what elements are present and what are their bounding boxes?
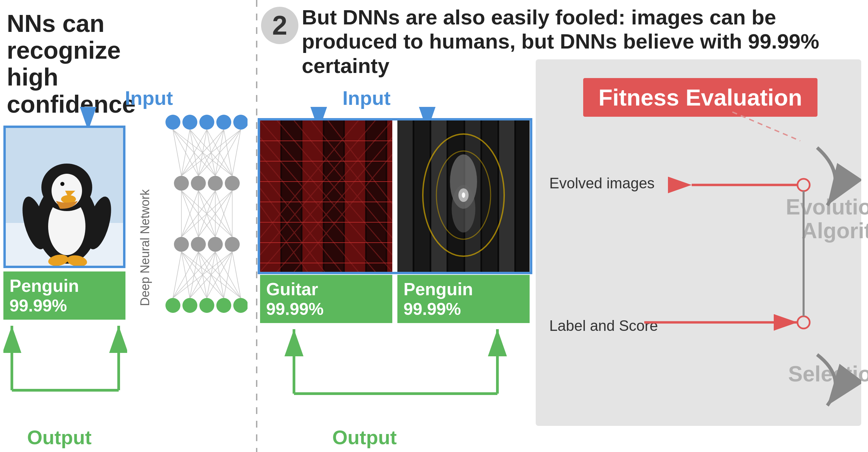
svg-point-31 <box>191 237 206 252</box>
svg-line-75 <box>173 252 181 298</box>
penguin-drawing <box>6 128 125 268</box>
svg-line-43 <box>181 130 190 176</box>
svg-point-143 <box>462 192 465 198</box>
svg-rect-136 <box>499 120 514 272</box>
output-label-left: Output <box>27 426 92 449</box>
output-arrows-right <box>260 326 531 428</box>
svg-point-154 <box>797 316 810 328</box>
svg-line-58 <box>232 130 241 176</box>
svg-rect-105 <box>367 120 386 272</box>
svg-point-23 <box>216 115 231 130</box>
evolution-diagram-svg <box>536 59 861 426</box>
svg-point-30 <box>174 237 189 252</box>
svg-rect-137 <box>516 120 530 272</box>
penguin2-score: 99.99% <box>403 299 524 319</box>
svg-line-57 <box>215 130 241 176</box>
input-label-left: Input <box>7 87 173 109</box>
svg-line-85 <box>173 252 215 298</box>
svg-point-37 <box>216 298 231 313</box>
evolution-panel: Fitness Evaluation Evolved images Label … <box>536 59 861 426</box>
svg-point-28 <box>208 176 223 191</box>
output-label-right: Output <box>332 426 397 449</box>
svg-line-80 <box>173 252 198 298</box>
penguin-image-box <box>3 126 125 268</box>
svg-point-33 <box>225 237 240 252</box>
svg-line-93 <box>224 252 232 298</box>
penguin2-label-box: Penguin 99.99% <box>397 275 530 323</box>
svg-rect-100 <box>260 120 280 272</box>
svg-point-29 <box>225 176 240 191</box>
svg-line-94 <box>232 252 241 298</box>
svg-point-152 <box>797 179 810 191</box>
guitar-score: 99.99% <box>266 299 386 319</box>
svg-line-56 <box>198 130 241 176</box>
section-right: But DNNs are also easily fooled: images … <box>258 0 868 452</box>
svg-line-51 <box>181 130 224 176</box>
svg-point-25 <box>165 115 180 130</box>
abstract-drawing <box>397 120 530 272</box>
section-divider <box>256 0 257 452</box>
input-label-right: Input <box>342 87 391 109</box>
penguin-label-box: Penguin 99.99% <box>3 271 125 320</box>
penguin-label: Penguin <box>9 276 119 296</box>
svg-point-34 <box>165 298 180 313</box>
dnn-label: Deep Neural Network <box>138 189 152 306</box>
guitar-image-box <box>260 120 392 272</box>
svg-line-39 <box>173 130 181 176</box>
section-number: 2 <box>261 7 298 44</box>
svg-line-55 <box>181 130 241 176</box>
svg-point-27 <box>191 176 206 191</box>
abstract-image-box <box>397 120 530 272</box>
svg-point-35 <box>182 298 197 313</box>
svg-line-92 <box>207 252 232 298</box>
svg-point-36 <box>199 298 214 313</box>
svg-line-91 <box>190 252 232 298</box>
svg-line-90 <box>173 252 232 298</box>
svg-line-151 <box>732 112 800 141</box>
svg-rect-104 <box>345 120 365 272</box>
main-container: 2 NNs can recognize high confidence Inpu… <box>0 0 868 452</box>
svg-point-24 <box>233 115 248 130</box>
guitar-drawing <box>260 120 392 272</box>
penguin-score: 99.99% <box>9 296 119 316</box>
svg-point-32 <box>208 237 223 252</box>
svg-point-26 <box>174 176 189 191</box>
svg-rect-103 <box>324 120 343 272</box>
svg-rect-130 <box>397 120 413 272</box>
penguin2-label: Penguin <box>403 279 524 299</box>
neural-network-svg: Deep Neural Network <box>132 112 248 377</box>
evolved-arrow <box>532 168 549 188</box>
svg-rect-131 <box>414 120 430 272</box>
guitar-label-box: Guitar 99.99% <box>260 275 392 323</box>
svg-point-21 <box>182 115 197 130</box>
svg-point-22 <box>199 115 214 130</box>
svg-point-38 <box>233 298 248 313</box>
output-arrows-left <box>3 322 127 424</box>
svg-point-11 <box>60 182 64 186</box>
guitar-label: Guitar <box>266 279 386 299</box>
svg-line-47 <box>181 130 207 176</box>
